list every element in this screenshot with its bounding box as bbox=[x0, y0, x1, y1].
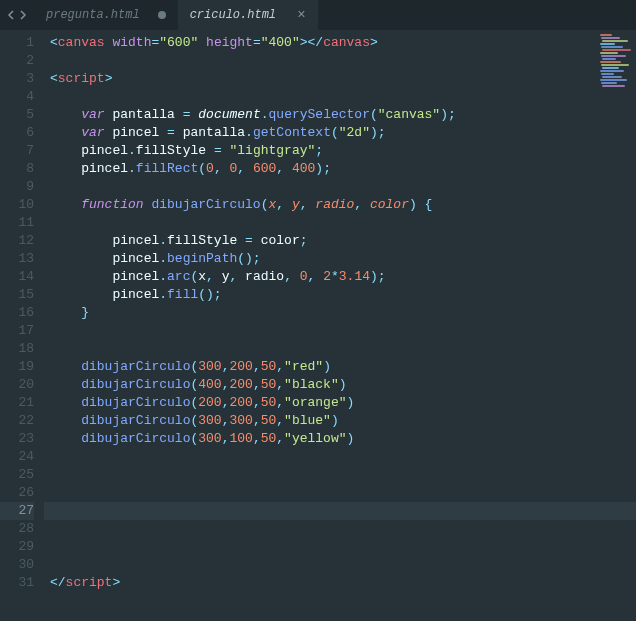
line-number-gutter: 1234567891011121314151617181920212223242… bbox=[0, 30, 44, 621]
minimap[interactable] bbox=[598, 34, 632, 94]
chevron-right-icon[interactable] bbox=[18, 10, 28, 20]
chevron-left-icon[interactable] bbox=[6, 10, 16, 20]
tab-pregunta[interactable]: pregunta.html bbox=[34, 0, 178, 30]
tab-criculo[interactable]: criculo.html × bbox=[178, 0, 318, 30]
tab-label: criculo.html bbox=[190, 8, 276, 22]
editor-area: 1234567891011121314151617181920212223242… bbox=[0, 30, 636, 621]
tab-bar: pregunta.html criculo.html × bbox=[0, 0, 636, 30]
dirty-dot-icon bbox=[158, 11, 166, 19]
code-content[interactable]: <canvas width="600" height="400"></canva… bbox=[44, 30, 636, 621]
close-icon[interactable]: × bbox=[297, 7, 305, 23]
tab-nav-arrows bbox=[0, 0, 34, 30]
tab-label: pregunta.html bbox=[46, 8, 140, 22]
